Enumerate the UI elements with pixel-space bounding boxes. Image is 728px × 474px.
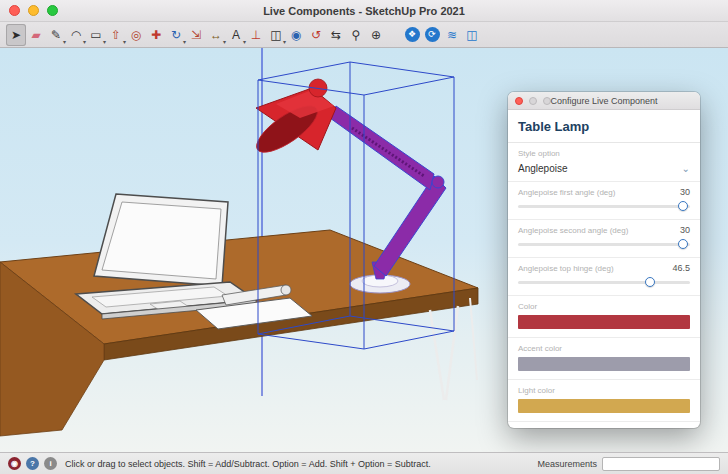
orbit-tool[interactable]: ↺ <box>306 24 326 46</box>
slider-handle[interactable] <box>645 277 655 287</box>
move-tool[interactable]: ✚ <box>146 24 166 46</box>
select-tool-icon: ➤ <box>11 29 21 41</box>
window-controls <box>9 5 58 16</box>
slider-handle[interactable] <box>678 201 688 211</box>
sketchup-window: Live Components - SketchUp Pro 2021 ➤▰✎▾… <box>0 0 728 474</box>
text-tool-icon: A <box>232 29 240 41</box>
tape-measure-tool[interactable]: ↔▾ <box>206 24 226 46</box>
offset-tool[interactable]: ◎ <box>126 24 146 46</box>
color-swatch[interactable] <box>518 399 690 413</box>
color-label: Color <box>518 296 690 311</box>
slider-handle[interactable] <box>678 239 688 249</box>
eraser-tool[interactable]: ▰ <box>26 24 46 46</box>
geolocation-icon[interactable]: ◉ <box>8 457 21 470</box>
slider-value: 46.5 <box>672 263 690 273</box>
select-tool[interactable]: ➤ <box>6 24 26 46</box>
component-options-tool[interactable]: ≋ <box>442 24 462 46</box>
rotate-tool[interactable]: ↻▾ <box>166 24 186 46</box>
line-tool[interactable]: ✎▾ <box>46 24 66 46</box>
pan-tool-icon: ⇆ <box>331 29 341 41</box>
color-label: Accent color <box>518 338 690 353</box>
close-button[interactable] <box>9 5 20 16</box>
text-tool[interactable]: A▾ <box>226 24 246 46</box>
slider-label: Anglepoise second angle (deg) <box>518 220 628 235</box>
line-tool-icon: ✎ <box>51 29 61 41</box>
color-row: Color <box>508 296 700 338</box>
component-name: Table Lamp <box>508 110 700 143</box>
style-option-label: Style option <box>518 143 690 158</box>
slider-row: Anglepoise first angle (deg)30 <box>508 182 700 220</box>
window-title: Live Components - SketchUp Pro 2021 <box>0 5 728 17</box>
slider-track[interactable] <box>518 205 690 208</box>
axes-tool-icon: ⊥ <box>251 29 261 41</box>
slider-row: Anglepoise top hinge (deg)46.5 <box>508 258 700 296</box>
pan-tool[interactable]: ⇆ <box>326 24 346 46</box>
live-components-tool-icon: ❖ <box>405 27 420 42</box>
slider-label: Anglepoise top hinge (deg) <box>518 258 614 273</box>
color-row: Light color <box>508 380 700 422</box>
paint-bucket-tool-icon: ◉ <box>291 29 301 41</box>
axes-tool[interactable]: ⊥ <box>246 24 266 46</box>
rectangle-tool-icon: ▭ <box>90 29 101 41</box>
section-plane-tool[interactable]: ◫▾ <box>266 24 286 46</box>
style-option-row: Style option Anglepoise ⌄ <box>508 143 700 182</box>
status-hint: Click or drag to select objects. Shift =… <box>65 459 431 469</box>
slider-track[interactable] <box>518 243 690 246</box>
zoom-extents-tool-icon: ⊕ <box>371 29 381 41</box>
configure-live-component-panel: Configure Live Component Table Lamp Styl… <box>508 92 700 428</box>
color-swatch[interactable] <box>518 315 690 329</box>
paint-bucket-tool[interactable]: ◉ <box>286 24 306 46</box>
tape-measure-tool-icon: ↔ <box>210 29 222 41</box>
statusbar: ◉?i Click or drag to select objects. Shi… <box>0 452 728 474</box>
scale-tool[interactable]: ⇲ <box>186 24 206 46</box>
move-tool-icon: ✚ <box>151 29 161 41</box>
slider-row: Anglepoise second angle (deg)30 <box>508 220 700 258</box>
section-plane-tool-icon: ◫ <box>270 29 281 41</box>
slider-track[interactable] <box>518 281 690 284</box>
live-components-tool[interactable]: ❖ <box>402 24 422 46</box>
viewport[interactable]: Configure Live Component Table Lamp Styl… <box>0 48 728 452</box>
zoom-tool[interactable]: ⚲ <box>346 24 366 46</box>
color-label: Light color <box>518 380 690 395</box>
slider-label: Anglepoise first angle (deg) <box>518 182 615 197</box>
style-option-select[interactable]: Anglepoise ⌄ <box>518 158 690 181</box>
measurements-input[interactable] <box>602 457 720 471</box>
slider-value: 30 <box>680 187 690 197</box>
slider-value: 30 <box>680 225 690 235</box>
help-icon[interactable]: ? <box>26 457 39 470</box>
desk[interactable] <box>0 230 478 436</box>
lamp-elbow-joint <box>432 176 444 188</box>
orbit-tool-icon: ↺ <box>311 29 321 41</box>
color-row: Accent color <box>508 338 700 380</box>
push-pull-tool[interactable]: ⇧▾ <box>106 24 126 46</box>
push-pull-tool-icon: ⇧ <box>111 29 121 41</box>
zoom-tool-icon: ⚲ <box>352 29 361 41</box>
arc-tool-icon: ◠ <box>71 29 81 41</box>
offset-tool-icon: ◎ <box>131 29 141 41</box>
configure-live-component-tool-icon: ⟳ <box>425 27 440 42</box>
scale-tool-icon: ⇲ <box>191 29 201 41</box>
zoom-extents-tool[interactable]: ⊕ <box>366 24 386 46</box>
info-icon[interactable]: i <box>44 457 57 470</box>
notepad-roll <box>281 285 291 295</box>
component-options-tool-icon: ≋ <box>447 29 457 41</box>
configure-live-component-tool[interactable]: ⟳ <box>422 24 442 46</box>
arc-tool[interactable]: ◠▾ <box>66 24 86 46</box>
panel-title: Configure Live Component <box>508 96 700 106</box>
rectangle-tool[interactable]: ▭▾ <box>86 24 106 46</box>
minimize-button[interactable] <box>28 5 39 16</box>
style-option-value: Anglepoise <box>518 163 567 174</box>
rotate-tool-icon: ↻ <box>171 29 181 41</box>
maximize-button[interactable] <box>47 5 58 16</box>
chevron-down-icon: ⌄ <box>682 164 690 174</box>
eraser-tool-icon: ▰ <box>31 29 40 41</box>
toolbar: ➤▰✎▾◠▾▭▾⇧▾◎✚↻▾⇲↔▾A▾⊥◫▾◉↺⇆⚲⊕❖⟳≋◫ <box>0 22 728 48</box>
color-swatch[interactable] <box>518 357 690 371</box>
panel-titlebar[interactable]: Configure Live Component <box>508 92 700 110</box>
titlebar: Live Components - SketchUp Pro 2021 <box>0 0 728 22</box>
component-browser-tool-icon: ◫ <box>466 29 477 41</box>
measurements-label: Measurements <box>537 459 597 469</box>
component-browser-tool[interactable]: ◫ <box>462 24 482 46</box>
